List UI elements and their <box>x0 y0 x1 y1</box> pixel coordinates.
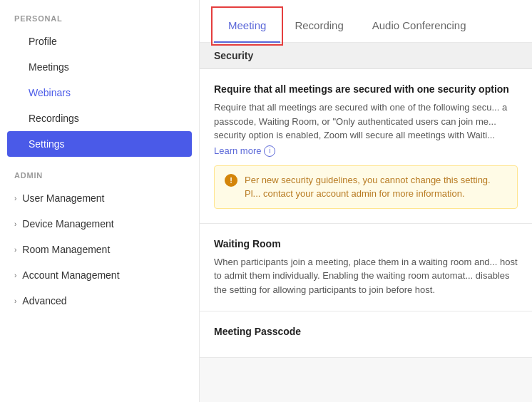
sidebar-item-settings[interactable]: Settings <box>7 131 192 157</box>
setting-meeting-passcode: Meeting Passcode <box>200 311 532 358</box>
chevron-icon: › <box>14 220 16 228</box>
tab-audio-conferencing[interactable]: Audio Conferencing <box>358 8 481 43</box>
chevron-icon: › <box>14 195 16 202</box>
admin-section-label: ADMIN <box>0 171 199 185</box>
tab-meeting[interactable]: Meeting <box>214 9 280 43</box>
sidebar-item-label: Webinars <box>29 87 71 98</box>
setting-waiting-room: Waiting Room When participants join a me… <box>200 224 532 312</box>
sidebar-item-label: Advanced <box>22 295 66 306</box>
tab-label: Recording <box>295 19 343 31</box>
sidebar-item-label: Settings <box>29 138 65 150</box>
security-section-label: Security <box>214 50 253 61</box>
setting-require-security: Require that all meetings are secured wi… <box>200 69 532 224</box>
setting-meeting-passcode-title: Meeting Passcode <box>214 326 518 337</box>
setting-require-security-desc: Require that all meetings are secured wi… <box>214 100 518 143</box>
sidebar-item-label: Recordings <box>29 113 79 124</box>
sidebar-item-label: Account Management <box>22 269 119 281</box>
warning-box: ! Per new security guidelines, you canno… <box>214 165 518 209</box>
sidebar-item-device-management[interactable]: › Device Management <box>0 211 199 237</box>
tab-recording[interactable]: Recording <box>280 8 357 43</box>
sidebar: PERSONAL Profile Meetings Webinars Recor… <box>0 0 200 402</box>
warning-icon: ! <box>225 174 237 187</box>
tab-label: Audio Conferencing <box>372 19 466 31</box>
learn-more-text: Learn more <box>214 145 261 156</box>
setting-require-security-title: Require that all meetings are secured wi… <box>214 83 518 95</box>
setting-waiting-room-title: Waiting Room <box>214 238 518 249</box>
sidebar-item-webinars[interactable]: Webinars <box>0 80 199 105</box>
main-content: Meeting Recording Audio Conferencing Sec… <box>200 0 532 402</box>
warning-text: Per new security guidelines, you cannot … <box>245 173 507 201</box>
sidebar-item-account-management[interactable]: › Account Management <box>0 262 199 288</box>
personal-section-label: PERSONAL <box>0 14 199 29</box>
chevron-icon: › <box>14 246 16 254</box>
chevron-icon: › <box>14 272 16 279</box>
chevron-icon: › <box>14 297 16 305</box>
admin-section: ADMIN › User Management › Device Managem… <box>0 171 199 314</box>
info-icon: i <box>264 145 275 157</box>
sidebar-item-label: Device Management <box>22 218 113 230</box>
tabs-bar: Meeting Recording Audio Conferencing <box>200 0 532 43</box>
sidebar-item-recordings[interactable]: Recordings <box>0 105 199 131</box>
sidebar-item-advanced[interactable]: › Advanced <box>0 288 199 314</box>
sidebar-item-profile[interactable]: Profile <box>0 29 199 54</box>
sidebar-item-label: User Management <box>22 192 104 204</box>
setting-waiting-room-desc: When participants join a meeting, place … <box>214 255 518 297</box>
sidebar-item-room-management[interactable]: › Room Management <box>0 237 199 262</box>
sidebar-item-label: Room Management <box>22 244 110 255</box>
tab-content: Security Require that all meetings are s… <box>200 43 532 402</box>
sidebar-item-label: Profile <box>29 36 57 47</box>
tab-label: Meeting <box>228 19 266 31</box>
security-section-header: Security <box>200 43 532 69</box>
sidebar-item-meetings[interactable]: Meetings <box>0 54 199 80</box>
learn-more-link[interactable]: Learn more i <box>214 145 275 157</box>
sidebar-item-label: Meetings <box>29 61 69 73</box>
sidebar-item-user-management[interactable]: › User Management <box>0 185 199 211</box>
